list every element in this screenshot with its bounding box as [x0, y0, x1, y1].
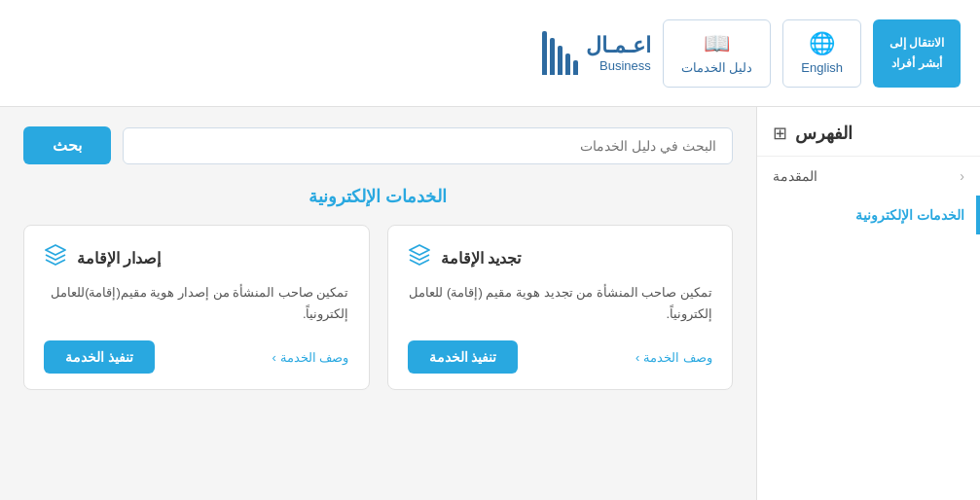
chevron-icon: ‹: [960, 168, 964, 184]
desc-link-issue[interactable]: وصف الخدمة ›: [272, 350, 349, 365]
main-layout: الفهرس ⊞ ‹ المقدمة الخدمات الإلكترونية ب…: [0, 107, 980, 500]
search-input[interactable]: [123, 127, 733, 164]
logo-arabic: اعـمـال: [586, 33, 651, 58]
card-issue-header: إصدار الإقامة: [44, 243, 349, 272]
content-area: بحث الخدمات الإلكترونية إصدار الإقامة: [0, 107, 756, 500]
logo: اعـمـال Business: [542, 31, 651, 75]
search-row: بحث: [23, 126, 733, 164]
logo-text: اعـمـال Business: [586, 33, 651, 73]
header: الانتقال إلى أبشر أفراد 🌐 English 📖 دليل…: [0, 0, 980, 107]
sidebar-item-introduction[interactable]: ‹ المقدمة: [757, 157, 980, 196]
english-button[interactable]: 🌐 English: [782, 19, 861, 88]
sidebar-title: الفهرس: [795, 123, 853, 144]
chevron-left-icon-renew: ›: [635, 350, 639, 365]
logo-bars-icon: [542, 31, 578, 75]
sidebar-item-eservices-label: الخدمات الإلكترونية: [855, 207, 964, 223]
layers-icon-issue: [44, 243, 67, 272]
sidebar-item-eservices[interactable]: الخدمات الإلكترونية: [757, 196, 980, 234]
section-title: الخدمات الإلكترونية: [23, 186, 733, 207]
card-issue-title: إصدار الإقامة: [77, 249, 161, 268]
absher-label-line1: الانتقال إلى: [889, 35, 944, 52]
desc-link-renew-label: وصف الخدمة: [643, 350, 712, 365]
card-renew-desc: تمكين صاحب المنشأة من تجديد هوية مقيم (إ…: [408, 282, 713, 325]
desc-link-renew[interactable]: وصف الخدمة ›: [635, 350, 712, 365]
desc-link-issue-label: وصف الخدمة: [280, 350, 349, 365]
cards-row: إصدار الإقامة تمكين صاحب المنشأة من إصدا…: [23, 225, 733, 390]
logo-english: Business: [586, 58, 651, 73]
card-renew-footer: تنفيذ الخدمة وصف الخدمة ›: [408, 340, 713, 374]
card-renew-header: تجديد الإقامة: [408, 243, 713, 272]
card-renew-residence: تجديد الإقامة تمكين صاحب المنشأة من تجدي…: [387, 225, 734, 390]
execute-button-issue[interactable]: تنفيذ الخدمة: [44, 340, 155, 374]
sidebar-item-introduction-label: المقدمة: [773, 168, 817, 184]
absher-label-line2: أبشر أفراد: [891, 55, 941, 72]
search-button[interactable]: بحث: [23, 126, 111, 164]
filter-icon: ⊞: [773, 123, 787, 144]
execute-button-renew[interactable]: تنفيذ الخدمة: [408, 340, 519, 374]
english-label: English: [801, 60, 843, 75]
card-issue-residence: إصدار الإقامة تمكين صاحب المنشأة من إصدا…: [23, 225, 370, 390]
chevron-left-icon-issue: ›: [272, 350, 276, 365]
guide-label: دليل الخدمات: [681, 60, 753, 75]
layers-icon-renew: [408, 243, 431, 272]
globe-icon: 🌐: [809, 31, 835, 56]
sidebar: الفهرس ⊞ ‹ المقدمة الخدمات الإلكترونية: [756, 107, 980, 500]
service-guide-button[interactable]: 📖 دليل الخدمات: [663, 19, 772, 88]
card-issue-footer: تنفيذ الخدمة وصف الخدمة ›: [44, 340, 349, 374]
card-issue-desc: تمكين صاحب المنشأة من إصدار هوية مقيم(إق…: [44, 282, 349, 325]
book-icon: 📖: [704, 31, 730, 56]
card-renew-title: تجديد الإقامة: [441, 249, 521, 268]
absher-afrad-button[interactable]: الانتقال إلى أبشر أفراد: [873, 19, 961, 88]
sidebar-header: الفهرس ⊞: [757, 123, 980, 157]
